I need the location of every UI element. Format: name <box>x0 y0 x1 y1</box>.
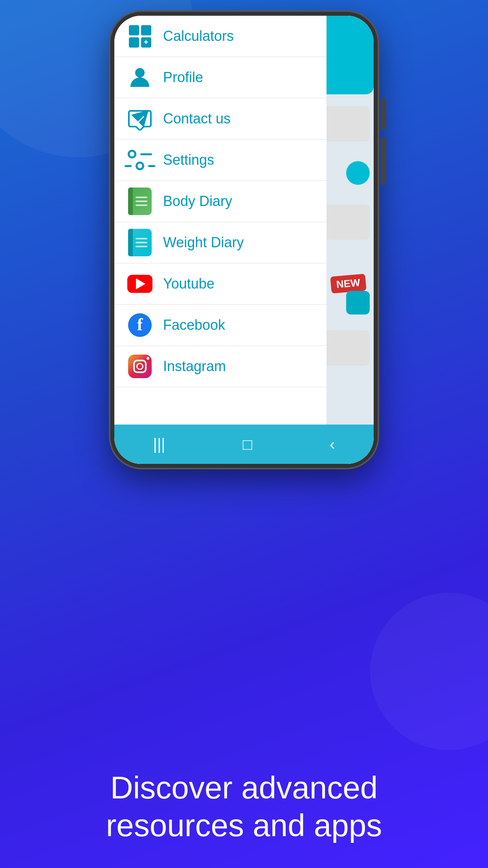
weight-diary-label: Weight Diary <box>163 234 244 251</box>
profile-label: Profile <box>163 69 203 86</box>
recents-button[interactable]: ||| <box>153 436 165 453</box>
navigation-drawer: + Calculators Profile <box>114 16 327 425</box>
promo-line1: Discover advanced <box>31 769 457 807</box>
contact-label: Contact us <box>163 110 231 127</box>
profile-icon <box>126 64 154 91</box>
navigation-bar: ||| □ ‹ <box>114 425 374 464</box>
contact-icon <box>126 105 154 132</box>
settings-icon <box>126 146 154 174</box>
calculators-icon: + <box>126 22 154 50</box>
sidebar-item-contact[interactable]: Contact us <box>114 98 327 140</box>
calculators-label: Calculators <box>163 28 234 44</box>
back-button[interactable]: ‹ <box>330 436 335 453</box>
sidebar-item-body-diary[interactable]: Body Diary <box>114 181 327 222</box>
facebook-label: Facebook <box>163 317 225 333</box>
settings-label: Settings <box>163 152 214 168</box>
weight-diary-icon <box>126 229 154 256</box>
promo-text: Discover advanced resources and apps <box>0 769 488 844</box>
promo-line2: resources and apps <box>31 807 457 844</box>
home-button[interactable]: □ <box>243 436 252 453</box>
sidebar-item-calculators[interactable]: + Calculators <box>114 16 327 57</box>
youtube-icon <box>126 270 154 298</box>
sidebar-item-weight-diary[interactable]: Weight Diary <box>114 222 327 263</box>
instagram-label: Instagram <box>163 358 226 375</box>
body-diary-label: Body Diary <box>163 193 232 210</box>
sidebar-item-instagram[interactable]: Instagram <box>114 346 327 387</box>
svg-point-0 <box>135 68 145 77</box>
volume-button <box>381 138 386 185</box>
sidebar-item-profile[interactable]: Profile <box>114 57 327 98</box>
sidebar-item-youtube[interactable]: Youtube <box>114 263 327 305</box>
facebook-icon: f <box>126 311 154 339</box>
instagram-icon <box>126 353 154 380</box>
youtube-label: Youtube <box>163 276 215 292</box>
body-diary-icon <box>126 188 154 215</box>
phone-screen: NEW + Calculators <box>114 16 374 464</box>
sidebar-item-facebook[interactable]: f Facebook <box>114 305 327 346</box>
power-button <box>381 98 386 130</box>
bg-card2 <box>346 161 370 185</box>
sidebar-item-settings[interactable]: Settings <box>114 140 327 181</box>
bg-card4 <box>346 291 370 314</box>
phone-frame: NEW + Calculators <box>110 12 378 468</box>
